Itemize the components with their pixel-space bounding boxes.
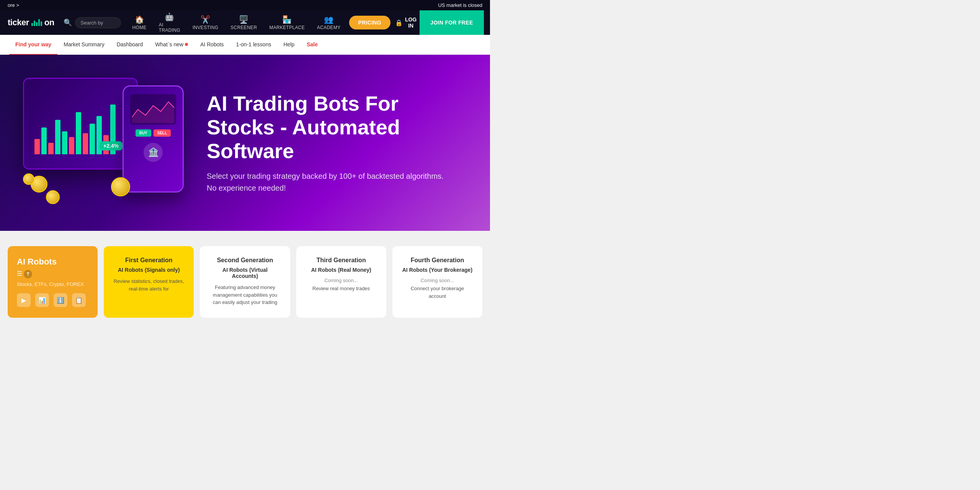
chart-icon-btn[interactable]: 📊 [35,293,49,307]
hero-content: AI Trading Bots For Stocks - Automated S… [191,91,467,194]
card-fourth-gen-title: Fourth Generation [402,257,473,264]
login-button[interactable]: 🔒 LOG IN [395,16,416,29]
chart-area: +2.4% [31,85,130,162]
card-first-gen-subtitle: AI Robots (Signals only) [113,267,185,273]
screener-icon: 🖥️ [239,15,248,24]
price-badge: +2.4% [100,141,122,150]
nav-items: 🏠 HOME 🤖 AI TRADING ✂️ INVESTING 🖥️ SCRE… [127,9,346,36]
search-icon-button[interactable]: 🔍 [64,18,72,27]
search-input[interactable]: Search by [75,17,121,28]
marketplace-icon: 🏪 [282,15,292,24]
monitor-device: +2.4% [23,78,138,170]
login-label: LOG IN [405,16,416,29]
chart-bar [48,143,54,154]
top-bar-left[interactable]: ore > [8,2,19,8]
chart-bar [41,127,47,154]
search-area: 🔍 Search by [64,17,121,28]
coin-3 [23,173,34,185]
new-indicator-dot [185,43,188,46]
nav-item-investing[interactable]: ✂️ INVESTING [187,12,224,33]
card-second-gen-title: Second Generation [209,257,281,264]
hero-section: +2.4% BUY SELL 🏦 AI Trading Bo [0,55,490,231]
chart-bar [34,139,40,154]
cards-section: AI Robots ☰ ? Stocks, ETFs, Crypto, FORE… [0,231,490,333]
card-first-gen-title: First Generation [113,257,185,264]
top-bar: ore > US market is closed [0,0,490,10]
card-second-gen-text: Featuring advanced money management capa… [209,284,281,306]
sec-nav-1on1-lessons[interactable]: 1-on-1 lessons [230,35,278,55]
nav-label-ai-trading: AI TRADING [159,22,180,33]
nav-item-screener[interactable]: 🖥️ SCREENER [225,12,262,33]
sec-nav-ai-robots[interactable]: AI Robots [194,35,230,55]
card-third-gen-subtitle: AI Robots (Real Money) [305,267,377,273]
secondary-nav: Find your way Market Summary Dashboard W… [0,35,490,55]
investing-icon: ✂️ [201,15,210,24]
buy-button-mini[interactable]: BUY [136,129,151,137]
chart-bar [55,120,60,154]
menu-icon: ☰ [17,270,22,278]
nav-item-academy[interactable]: 👥 ACADEMY [312,12,346,33]
nav-label-academy: ACADEMY [317,25,340,30]
sec-nav-whats-new[interactable]: What`s new [149,35,194,55]
logo-text-1: ticker [8,18,29,28]
coin-4 [111,177,130,196]
card-first-gen: First Generation AI Robots (Signals only… [104,246,194,318]
mobile-device: BUY SELL 🏦 [122,85,184,193]
card-ai-robots-title: AI Robots [17,257,88,267]
sec-nav-find-your-way[interactable]: Find your way [9,35,57,55]
card-fourth-gen-text: Connect your brokerage account [402,285,473,300]
ai-trading-icon: 🤖 [165,12,174,21]
card-second-gen-subtitle: AI Robots (Virtual Accounts) [209,267,281,279]
sell-button-mini[interactable]: SELL [154,129,171,137]
mobile-chart-svg [130,94,176,125]
coin-2 [46,190,60,204]
top-bar-right: US market is closed [438,2,482,8]
lock-icon: 🔒 [395,19,403,26]
card-fourth-gen-coming: Coming soon... [402,278,473,283]
mobile-chart [130,94,176,125]
nav-label-investing: INVESTING [193,25,218,30]
bank-icon: 🏦 [148,147,158,157]
svg-marker-0 [132,102,174,123]
hero-illustration: +2.4% BUY SELL 🏦 [0,70,191,216]
logo-bars-icon [31,19,42,26]
info-icon-btn[interactable]: ℹ️ [54,293,67,307]
nav-item-home[interactable]: 🏠 HOME [127,12,152,33]
card-fourth-gen: Fourth Generation AI Robots (Your Broker… [392,246,482,318]
sec-nav-dashboard[interactable]: Dashboard [111,35,149,55]
pricing-button[interactable]: PRICING [349,16,390,29]
card-first-gen-text: Review statistics, closed trades, real-t… [113,278,185,292]
card-third-gen-title: Third Generation [305,257,377,264]
nav-label-home: HOME [132,25,147,30]
list-icon-btn[interactable]: 📋 [72,293,86,307]
nav-label-marketplace: MARKETPLACE [269,25,305,30]
card-second-gen: Second Generation AI Robots (Virtual Acc… [200,246,290,318]
card-third-gen: Third Generation AI Robots (Real Money) … [296,246,386,318]
card-ai-robots-icons: ▶ 📊 ℹ️ 📋 [17,293,88,307]
card-third-gen-coming: Coming soon... [305,278,377,283]
card-ai-robots-subtitle: Stocks, ETFs, Crypto, FOREX [17,281,88,287]
join-button[interactable]: JOIN FOR FREE [420,10,483,35]
nav-label-screener: SCREENER [230,25,257,30]
card-fourth-gen-subtitle: AI Robots (Your Brokerage) [402,267,473,273]
home-icon: 🏠 [135,15,144,24]
chart-bar [69,137,74,154]
play-icon-btn[interactable]: ▶ [17,293,31,307]
logo[interactable]: ticker on [8,18,54,28]
chart-bar [83,133,88,154]
academy-icon: 👥 [324,15,333,24]
sec-nav-help[interactable]: Help [277,35,301,55]
card-ai-robots: AI Robots ☰ ? Stocks, ETFs, Crypto, FORE… [8,246,98,318]
nav-item-ai-trading[interactable]: 🤖 AI TRADING [154,9,186,36]
sec-nav-market-summary[interactable]: Market Summary [57,35,111,55]
hero-title: AI Trading Bots For Stocks - Automated S… [207,91,467,163]
card-third-gen-text: Review real money trades [305,285,377,292]
chart-bar [76,112,81,154]
chart-bar [62,131,67,154]
chart-bar [90,124,95,154]
sec-nav-sale[interactable]: Sale [301,35,324,55]
logo-text-2: on [44,18,54,28]
hero-subtitle: Select your trading strategy backed by 1… [207,170,452,194]
nav-right: PRICING 🔒 LOG IN [349,16,417,29]
nav-item-marketplace[interactable]: 🏪 MARKETPLACE [264,12,310,33]
